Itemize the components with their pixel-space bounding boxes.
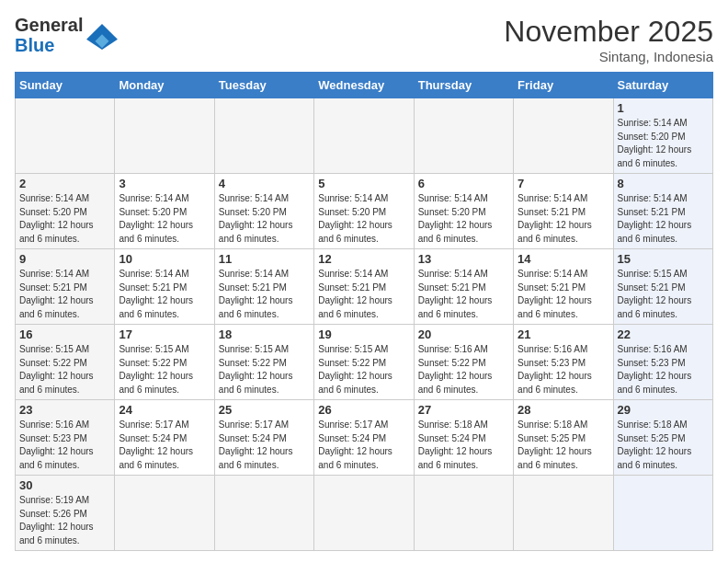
calendar-cell xyxy=(314,98,414,174)
day-info: Sunrise: 5:15 AMSunset: 5:22 PMDaylight:… xyxy=(219,343,310,396)
calendar-cell: 28Sunrise: 5:18 AMSunset: 5:25 PMDayligh… xyxy=(514,400,613,476)
day-number: 1 xyxy=(618,101,709,115)
calendar-cell xyxy=(115,476,214,551)
page-header: General Blue November 2025 Sintang, Indo… xyxy=(15,15,713,64)
day-info: Sunrise: 5:18 AMSunset: 5:25 PMDaylight:… xyxy=(618,419,709,472)
col-header-friday: Friday xyxy=(514,73,613,98)
calendar-header-row: SundayMondayTuesdayWednesdayThursdayFrid… xyxy=(16,73,713,98)
calendar-cell xyxy=(314,476,414,551)
calendar-cell: 8Sunrise: 5:14 AMSunset: 5:21 PMDaylight… xyxy=(613,174,712,249)
day-info: Sunrise: 5:16 AMSunset: 5:23 PMDaylight:… xyxy=(19,419,110,472)
calendar-cell: 2Sunrise: 5:14 AMSunset: 5:20 PMDaylight… xyxy=(16,174,115,249)
calendar-cell: 7Sunrise: 5:14 AMSunset: 5:21 PMDaylight… xyxy=(514,174,613,249)
calendar-cell: 30Sunrise: 5:19 AMSunset: 5:26 PMDayligh… xyxy=(16,476,115,551)
calendar-cell: 11Sunrise: 5:14 AMSunset: 5:21 PMDayligh… xyxy=(214,249,313,325)
calendar-cell: 15Sunrise: 5:15 AMSunset: 5:21 PMDayligh… xyxy=(613,249,712,325)
day-info: Sunrise: 5:14 AMSunset: 5:21 PMDaylight:… xyxy=(518,268,609,321)
day-info: Sunrise: 5:19 AMSunset: 5:26 PMDaylight:… xyxy=(19,494,110,547)
calendar-cell: 22Sunrise: 5:16 AMSunset: 5:23 PMDayligh… xyxy=(613,325,712,400)
calendar-cell: 1Sunrise: 5:14 AMSunset: 5:20 PMDaylight… xyxy=(613,98,712,174)
calendar-cell: 9Sunrise: 5:14 AMSunset: 5:21 PMDaylight… xyxy=(16,249,115,325)
col-header-saturday: Saturday xyxy=(613,73,712,98)
calendar-cell xyxy=(115,98,214,174)
day-info: Sunrise: 5:16 AMSunset: 5:22 PMDaylight:… xyxy=(418,343,509,396)
day-number: 16 xyxy=(19,327,110,341)
day-info: Sunrise: 5:17 AMSunset: 5:24 PMDaylight:… xyxy=(219,419,310,472)
calendar-cell xyxy=(414,476,513,551)
day-number: 29 xyxy=(618,403,709,417)
calendar-cell: 23Sunrise: 5:16 AMSunset: 5:23 PMDayligh… xyxy=(16,400,115,476)
day-number: 11 xyxy=(219,252,310,266)
calendar-cell: 24Sunrise: 5:17 AMSunset: 5:24 PMDayligh… xyxy=(115,400,214,476)
col-header-tuesday: Tuesday xyxy=(214,73,313,98)
day-number: 30 xyxy=(19,478,110,492)
week-row-2: 9Sunrise: 5:14 AMSunset: 5:21 PMDaylight… xyxy=(16,249,713,325)
col-header-monday: Monday xyxy=(115,73,214,98)
calendar-cell: 12Sunrise: 5:14 AMSunset: 5:21 PMDayligh… xyxy=(314,249,414,325)
day-number: 20 xyxy=(418,327,509,341)
day-number: 15 xyxy=(618,252,709,266)
day-info: Sunrise: 5:14 AMSunset: 5:21 PMDaylight:… xyxy=(518,192,609,246)
week-row-1: 2Sunrise: 5:14 AMSunset: 5:20 PMDaylight… xyxy=(16,174,713,249)
calendar-cell: 6Sunrise: 5:14 AMSunset: 5:20 PMDaylight… xyxy=(414,174,513,249)
day-number: 6 xyxy=(418,177,509,190)
day-info: Sunrise: 5:16 AMSunset: 5:23 PMDaylight:… xyxy=(518,343,609,396)
col-header-wednesday: Wednesday xyxy=(314,73,414,98)
day-number: 2 xyxy=(19,177,110,190)
calendar-table: SundayMondayTuesdayWednesdayThursdayFrid… xyxy=(15,72,713,551)
day-number: 25 xyxy=(219,403,310,417)
calendar-cell: 5Sunrise: 5:14 AMSunset: 5:20 PMDaylight… xyxy=(314,174,414,249)
week-row-0: 1Sunrise: 5:14 AMSunset: 5:20 PMDaylight… xyxy=(16,98,713,174)
week-row-3: 16Sunrise: 5:15 AMSunset: 5:22 PMDayligh… xyxy=(16,325,713,400)
calendar-cell: 17Sunrise: 5:15 AMSunset: 5:22 PMDayligh… xyxy=(115,325,214,400)
day-info: Sunrise: 5:14 AMSunset: 5:20 PMDaylight:… xyxy=(318,192,409,246)
day-info: Sunrise: 5:14 AMSunset: 5:20 PMDaylight:… xyxy=(618,117,709,170)
day-number: 13 xyxy=(418,252,509,266)
calendar-title-area: November 2025 Sintang, Indonesia xyxy=(504,15,713,64)
calendar-cell xyxy=(414,98,513,174)
calendar-cell: 18Sunrise: 5:15 AMSunset: 5:22 PMDayligh… xyxy=(214,325,313,400)
calendar-cell: 25Sunrise: 5:17 AMSunset: 5:24 PMDayligh… xyxy=(214,400,313,476)
logo-text: General Blue xyxy=(15,15,83,55)
day-number: 8 xyxy=(618,177,709,190)
day-number: 9 xyxy=(19,252,110,266)
calendar-cell: 19Sunrise: 5:15 AMSunset: 5:22 PMDayligh… xyxy=(314,325,414,400)
day-info: Sunrise: 5:15 AMSunset: 5:22 PMDaylight:… xyxy=(119,343,210,396)
calendar-cell xyxy=(214,476,313,551)
day-info: Sunrise: 5:14 AMSunset: 5:21 PMDaylight:… xyxy=(618,192,709,246)
day-number: 28 xyxy=(518,403,609,417)
day-info: Sunrise: 5:14 AMSunset: 5:21 PMDaylight:… xyxy=(318,268,409,321)
calendar-cell xyxy=(16,98,115,174)
calendar-cell: 14Sunrise: 5:14 AMSunset: 5:21 PMDayligh… xyxy=(514,249,613,325)
day-number: 14 xyxy=(518,252,609,266)
day-info: Sunrise: 5:14 AMSunset: 5:20 PMDaylight:… xyxy=(19,192,110,246)
day-number: 12 xyxy=(318,252,409,266)
day-info: Sunrise: 5:17 AMSunset: 5:24 PMDaylight:… xyxy=(119,419,210,472)
calendar-cell: 4Sunrise: 5:14 AMSunset: 5:20 PMDaylight… xyxy=(214,174,313,249)
day-number: 21 xyxy=(518,327,609,341)
col-header-thursday: Thursday xyxy=(414,73,513,98)
day-info: Sunrise: 5:18 AMSunset: 5:25 PMDaylight:… xyxy=(518,419,609,472)
day-info: Sunrise: 5:15 AMSunset: 5:22 PMDaylight:… xyxy=(318,343,409,396)
calendar-cell: 3Sunrise: 5:14 AMSunset: 5:20 PMDaylight… xyxy=(115,174,214,249)
month-title: November 2025 xyxy=(504,15,713,49)
day-number: 24 xyxy=(119,403,210,417)
calendar-cell: 21Sunrise: 5:16 AMSunset: 5:23 PMDayligh… xyxy=(514,325,613,400)
day-info: Sunrise: 5:14 AMSunset: 5:20 PMDaylight:… xyxy=(418,192,509,246)
calendar-cell xyxy=(514,476,613,551)
calendar-cell: 27Sunrise: 5:18 AMSunset: 5:24 PMDayligh… xyxy=(414,400,513,476)
day-info: Sunrise: 5:14 AMSunset: 5:20 PMDaylight:… xyxy=(219,192,310,246)
col-header-sunday: Sunday xyxy=(16,73,115,98)
week-row-5: 30Sunrise: 5:19 AMSunset: 5:26 PMDayligh… xyxy=(16,476,713,551)
calendar-cell: 16Sunrise: 5:15 AMSunset: 5:22 PMDayligh… xyxy=(16,325,115,400)
day-number: 4 xyxy=(219,177,310,190)
day-number: 19 xyxy=(318,327,409,341)
location-subtitle: Sintang, Indonesia xyxy=(504,49,713,64)
day-info: Sunrise: 5:14 AMSunset: 5:21 PMDaylight:… xyxy=(418,268,509,321)
calendar-cell xyxy=(514,98,613,174)
day-info: Sunrise: 5:14 AMSunset: 5:21 PMDaylight:… xyxy=(19,268,110,321)
calendar-cell xyxy=(214,98,313,174)
calendar-cell: 20Sunrise: 5:16 AMSunset: 5:22 PMDayligh… xyxy=(414,325,513,400)
day-number: 23 xyxy=(19,403,110,417)
calendar-cell: 26Sunrise: 5:17 AMSunset: 5:24 PMDayligh… xyxy=(314,400,414,476)
